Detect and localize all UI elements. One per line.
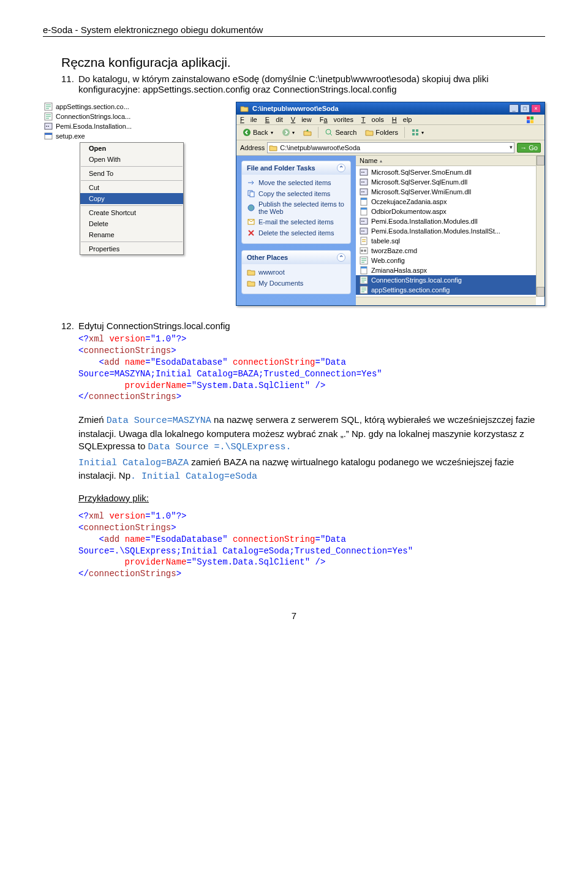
column-header[interactable]: Name▴ — [356, 156, 545, 166]
collapse-icon[interactable]: ⌃ — [337, 253, 345, 262]
svg-point-36 — [361, 221, 363, 222]
svg-point-12 — [282, 129, 290, 136]
ctx-sendto[interactable]: Send To — [80, 168, 183, 179]
close-button[interactable]: × — [531, 104, 541, 113]
left-file-row[interactable]: ConnectionStrings.loca... — [43, 112, 231, 121]
file-icon — [360, 227, 368, 235]
folder-up-icon — [303, 128, 312, 137]
menu-view[interactable]: View — [291, 116, 312, 123]
file-row[interactable]: ZmianaHasla.aspx — [356, 265, 545, 275]
folder-icon — [269, 143, 277, 152]
ctx-properties[interactable]: Properties — [80, 243, 183, 254]
file-name: Web.config — [371, 257, 405, 264]
menu-edit[interactable]: Edit — [265, 116, 283, 123]
left-file-row[interactable]: appSettings.section.co... — [43, 102, 231, 112]
file-row[interactable]: Microsoft.SqlServer.SmoEnum.dll — [356, 167, 545, 177]
svg-point-11 — [243, 129, 251, 136]
ctx-open[interactable]: Open — [80, 143, 183, 154]
file-row[interactable]: OdbiorDokumentow.aspx — [356, 207, 545, 216]
menu-tools[interactable]: Tools — [361, 116, 384, 123]
svg-rect-19 — [250, 192, 254, 197]
address-label: Address — [240, 144, 265, 151]
file-row[interactable]: Pemi.Esoda.Installation.Modules.dll — [356, 216, 545, 226]
menu-help[interactable]: Help — [392, 116, 412, 123]
ctx-rename[interactable]: Rename — [80, 229, 183, 240]
config-icon — [44, 112, 53, 121]
side-tasks-title: File and Folder Tasks — [247, 164, 315, 172]
side-wwwroot[interactable]: wwwroot — [247, 267, 345, 278]
folder-icon — [240, 104, 249, 113]
side-move[interactable]: Move the selected items — [247, 177, 345, 188]
side-copy[interactable]: Copy the selected items — [247, 188, 345, 199]
address-input[interactable] — [267, 142, 514, 153]
item-number-12: 12. — [61, 321, 78, 331]
file-row[interactable]: OczekujaceZadania.aspx — [356, 197, 545, 207]
side-delete[interactable]: Delete the selected items — [247, 227, 345, 238]
file-name: appSettings.section.config — [371, 286, 450, 294]
forward-button[interactable]: ▾ — [279, 127, 297, 138]
maximize-button[interactable]: □ — [520, 104, 530, 113]
paragraph-1: Zmień Data Source=MASZYNA na nazwę serwe… — [78, 414, 545, 454]
file-row[interactable]: Microsoft.SqlServer.WmiEnum.dll — [356, 187, 545, 197]
toolbar: Back▾ ▾ Search Folders ▾ — [236, 125, 545, 140]
code-block-2: <?xml version="1.0"?> <connectionStrings… — [78, 511, 545, 580]
item-text-11: Do katalogu, w którym zainstalowano eSod… — [78, 74, 545, 94]
go-button[interactable]: →Go — [517, 143, 541, 153]
views-button[interactable]: ▾ — [409, 127, 426, 138]
svg-point-30 — [363, 191, 364, 192]
svg-rect-6 — [45, 133, 52, 135]
svg-point-4 — [48, 126, 49, 127]
up-button[interactable] — [301, 127, 314, 138]
file-name: tworzBaze.cmd — [371, 247, 417, 254]
back-button[interactable]: Back▾ — [240, 127, 276, 138]
address-dropdown[interactable]: ▾ — [510, 144, 513, 150]
side-email[interactable]: E-mail the selected items — [247, 216, 345, 227]
menu-favorites[interactable]: Favorites — [320, 116, 353, 123]
windows-flag-icon — [526, 116, 535, 124]
collapse-icon[interactable]: ⌃ — [337, 164, 345, 172]
vertical-scrollbar[interactable] — [536, 156, 545, 297]
ctx-delete[interactable]: Delete — [80, 218, 183, 229]
svg-point-43 — [361, 249, 363, 252]
file-icon — [360, 188, 368, 196]
globe-icon — [247, 203, 255, 212]
ctx-shortcut[interactable]: Create Shortcut — [80, 207, 183, 218]
titlebar[interactable]: C:\inetpub\wwwroot\eSoda _ □ × — [236, 102, 545, 115]
svg-rect-16 — [412, 133, 415, 135]
copy-icon — [247, 189, 255, 198]
documents-icon — [247, 279, 255, 287]
side-mydocs[interactable]: My Documents — [247, 278, 345, 289]
file-name: Microsoft.SqlServer.SqlEnum.dll — [371, 178, 467, 186]
file-row[interactable]: Microsoft.SqlServer.SqlEnum.dll — [356, 177, 545, 187]
move-icon — [247, 178, 255, 187]
left-file-row[interactable]: setup.exe — [43, 131, 231, 141]
file-name: ZmianaHasla.aspx — [371, 267, 427, 274]
search-icon — [325, 128, 333, 137]
ctx-cut[interactable]: Cut — [80, 182, 183, 193]
config-icon — [44, 102, 53, 111]
file-name: OdbiorDokumentow.aspx — [371, 208, 447, 215]
minimize-button[interactable]: _ — [509, 104, 519, 113]
left-file-row[interactable]: Pemi.Esoda.Installation... — [43, 121, 231, 131]
left-file-name: Pemi.Esoda.Installation... — [56, 123, 132, 130]
file-name: Pemi.Esoda.Installation.Modules.dll — [371, 218, 478, 225]
folders-button[interactable]: Folders — [363, 127, 401, 138]
ctx-openwith[interactable]: Open With — [80, 154, 183, 165]
file-icon — [360, 197, 368, 206]
svg-rect-15 — [416, 129, 418, 132]
side-publish[interactable]: Publish the selected items to the Web — [247, 199, 345, 216]
file-row[interactable]: Web.config — [356, 256, 545, 265]
menu-file[interactable]: File — [240, 116, 257, 123]
page-header: e-Soda - System elektronicznego obiegu d… — [43, 25, 545, 37]
file-row[interactable]: tworzBaze.cmd — [356, 246, 545, 256]
file-icon — [360, 276, 368, 284]
horizontal-scrollbar[interactable] — [356, 297, 536, 305]
left-file-name: ConnectionStrings.loca... — [56, 113, 130, 120]
file-row[interactable]: Pemi.Esoda.Installation.Modules.InstallS… — [356, 226, 545, 236]
file-row[interactable]: tabele.sql — [356, 236, 545, 246]
ctx-copy[interactable]: Copy — [80, 193, 183, 204]
search-button[interactable]: Search — [322, 127, 359, 138]
file-row[interactable]: ConnectionStrings.local.config — [356, 275, 545, 285]
file-row[interactable]: appSettings.section.config — [356, 285, 545, 295]
side-tasks-box: File and Folder Tasks⌃ Move the selected… — [241, 161, 351, 244]
